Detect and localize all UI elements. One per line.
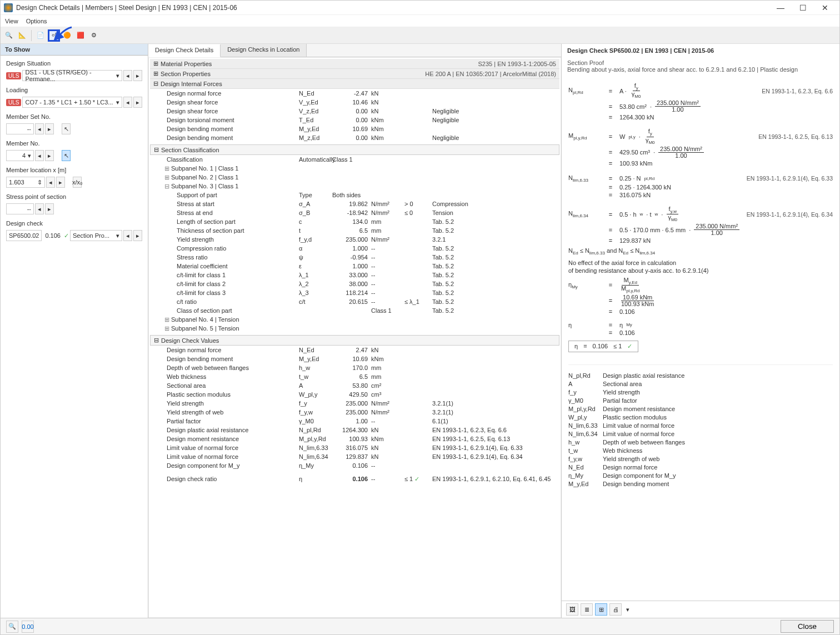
memset-next-button[interactable]: ▸ bbox=[45, 123, 54, 134]
dc-name-combo[interactable]: Section Pro...▾ bbox=[70, 230, 122, 241]
rt-btn-4[interactable]: 🖨 bbox=[609, 603, 622, 616]
tool-icon-2[interactable]: 📐 bbox=[16, 29, 28, 42]
collapse-icon[interactable]: ⊟ bbox=[154, 337, 159, 344]
material-properties-header[interactable]: ⊞ Material Properties S235 | EN 1993-1-1… bbox=[150, 59, 559, 69]
data-row: Compression ratio α 1.000 -- Tab. 5.2 bbox=[150, 244, 559, 253]
formula-row: =1264.300 kN bbox=[568, 114, 833, 121]
menu-options[interactable]: Options bbox=[26, 18, 47, 24]
footer: 🔍 0.00 Close bbox=[1, 618, 839, 634]
section-classification-header[interactable]: ⊟ Section Classification bbox=[150, 144, 559, 155]
ds-next-button[interactable]: ▸ bbox=[133, 70, 142, 81]
result-val: 0.106 bbox=[593, 343, 608, 349]
data-row: Stress at end σ_B -18.942 N/mm² ≤ 0 Tens… bbox=[150, 208, 559, 217]
data-row: Plastic section modulus W_pl,y 429.50 cm… bbox=[150, 390, 559, 399]
memno-prev-button[interactable]: ◂ bbox=[35, 150, 44, 161]
f1-ref: EN 1993-1-1, 6.2.3, Eq. 6.6 bbox=[733, 88, 833, 94]
collapse-icon[interactable]: ⊟ bbox=[163, 183, 170, 190]
final-sym: η bbox=[299, 476, 332, 482]
member-no-combo[interactable]: 4▾ bbox=[6, 150, 34, 161]
tool-icon-1[interactable]: 🔍 bbox=[3, 29, 15, 42]
loading-combo[interactable]: CO7 - 1.35 * LC1 + 1.50 * LC3...▾ bbox=[22, 97, 122, 108]
tree-area[interactable]: ⊞ Material Properties S235 | EN 1993-1-1… bbox=[148, 57, 561, 618]
member-set-combo[interactable]: -- bbox=[6, 123, 34, 134]
collapse-icon[interactable]: ⊟ bbox=[153, 80, 158, 87]
design-internal-forces-header[interactable]: ⊟ Design Internal Forces bbox=[150, 79, 559, 89]
legend-row: γ_M0Partial factor bbox=[568, 397, 833, 404]
right-toolbar: 🖼 ≣ ⊞ 🖨 ▾ bbox=[562, 601, 839, 618]
data-row: Yield strength f_y,d 235.000 N/mm² 3.2.1 bbox=[150, 235, 559, 244]
memno-pick-button[interactable]: ↖ bbox=[62, 150, 71, 161]
subpanel-2-row[interactable]: ⊞Subpanel No. 2 | Class 1 bbox=[150, 173, 559, 182]
footer-btn-2[interactable]: 0.00 bbox=[22, 621, 34, 633]
tool-icon-highlighted[interactable]: ⏎ bbox=[48, 29, 60, 42]
formula-area[interactable]: Npl,Rd= A · fyγM0 EN 1993-1-1, 6.2.3, Eq… bbox=[562, 78, 839, 601]
member-location-input[interactable]: 1.603⇕ bbox=[6, 177, 45, 188]
menubar: View Options bbox=[1, 15, 839, 27]
rt-btn-2[interactable]: ≣ bbox=[581, 603, 593, 616]
dif-label: Design Internal Forces bbox=[161, 81, 556, 87]
tool-icon-6[interactable]: 🟥 bbox=[74, 29, 87, 42]
data-row: Length of section part c 134.0 mm Tab. 5… bbox=[150, 217, 559, 226]
design-check-values-header[interactable]: ⊟ Design Check Values bbox=[150, 335, 559, 346]
section-properties-header[interactable]: ⊞ Section Properties HE 200 A | EN 10365… bbox=[150, 69, 559, 79]
sp3-head-sym: Type bbox=[299, 192, 332, 198]
tab-location[interactable]: Design Checks in Location bbox=[221, 44, 307, 57]
loading-label: Loading bbox=[1, 82, 148, 96]
memset-value: -- bbox=[27, 126, 31, 132]
formula-row: =0.106 bbox=[568, 329, 833, 336]
loc-next-button[interactable]: ▸ bbox=[56, 177, 65, 188]
dc-code-combo[interactable]: SP6500.02 bbox=[6, 230, 42, 241]
close-window-button[interactable]: ✕ bbox=[814, 3, 836, 12]
load-prev-button[interactable]: ◂ bbox=[123, 97, 132, 108]
ds-prev-button[interactable]: ◂ bbox=[123, 70, 132, 81]
dc-next-button[interactable]: ▸ bbox=[133, 230, 142, 241]
stress-next-button[interactable]: ▸ bbox=[45, 203, 54, 214]
data-row: Class of section part Class 1 Tab. 5.2 bbox=[150, 306, 559, 315]
memset-pick-button[interactable]: ↖ bbox=[62, 123, 71, 134]
expand-icon[interactable]: ⊞ bbox=[153, 60, 158, 67]
loc-extra-button[interactable]: x/x₀ bbox=[73, 177, 82, 188]
rt-btn-3[interactable]: ⊞ bbox=[595, 603, 607, 616]
subpanel-4-row[interactable]: ⊞Subpanel No. 4 | Tension bbox=[150, 315, 559, 324]
rt-btn-dropdown[interactable]: ▾ bbox=[624, 603, 632, 616]
subpanel-5-row[interactable]: ⊞Subpanel No. 5 | Tension bbox=[150, 324, 559, 333]
formula-row: =429.50 cm³ · 235.000 N/mm²1.00 bbox=[568, 146, 833, 159]
tabs: Design Check Details Design Checks in Lo… bbox=[148, 44, 561, 57]
expand-icon[interactable]: ⊞ bbox=[163, 165, 170, 172]
tab-details[interactable]: Design Check Details bbox=[148, 44, 221, 57]
expand-icon[interactable]: ⊞ bbox=[163, 174, 170, 181]
final-ref: EN 1993-1-1, 6.2.9.1, 6.2.10, Eq. 6.41, … bbox=[432, 476, 559, 482]
loc-prev-button[interactable]: ◂ bbox=[46, 177, 55, 188]
rt-btn-1[interactable]: 🖼 bbox=[566, 603, 578, 616]
menu-view[interactable]: View bbox=[5, 18, 18, 24]
maximize-button[interactable]: ☐ bbox=[792, 3, 814, 12]
data-row: Design torsional moment T_Ed 0.00 kNm Ne… bbox=[150, 116, 559, 124]
legend-row: N_lim,6.34Limit value of normal force bbox=[568, 431, 833, 437]
memno-next-button[interactable]: ▸ bbox=[45, 150, 54, 161]
tool-icon-7[interactable]: ⚙ bbox=[88, 29, 100, 42]
tool-icon-3[interactable]: 📄 bbox=[34, 29, 47, 42]
dc-prev-button[interactable]: ◂ bbox=[123, 230, 132, 241]
stress-prev-button[interactable]: ◂ bbox=[35, 203, 44, 214]
expand-icon[interactable]: ⊞ bbox=[163, 316, 170, 323]
design-check-label: Design check bbox=[1, 216, 148, 229]
load-next-button[interactable]: ▸ bbox=[133, 97, 142, 108]
footer-btn-1[interactable]: 🔍 bbox=[6, 621, 18, 633]
dc-ratio: 0.106 bbox=[43, 232, 63, 239]
expand-icon[interactable]: ⊞ bbox=[163, 325, 170, 332]
expand-icon[interactable]: ⊞ bbox=[153, 70, 158, 77]
class-lbl: Classification bbox=[166, 156, 299, 163]
memset-prev-button[interactable]: ◂ bbox=[35, 123, 44, 134]
subpanel-3-row[interactable]: ⊟Subpanel No. 3 | Class 1 bbox=[150, 182, 559, 191]
subpanel-1-row[interactable]: ⊞Subpanel No. 1 | Class 1 bbox=[150, 164, 559, 173]
design-situation-combo[interactable]: DS1 - ULS (STR/GEO) - Permane...▾ bbox=[22, 70, 122, 81]
minimize-button[interactable]: — bbox=[769, 3, 792, 12]
design-check-ratio-row: Design check ratio η 0.106 -- ≤ 1 ✓ EN 1… bbox=[150, 474, 559, 483]
tool-icon-5[interactable]: 🟠 bbox=[61, 29, 73, 42]
stress-point-combo[interactable]: -- bbox=[6, 203, 34, 214]
data-row: Thickness of section part t 6.5 mm Tab. … bbox=[150, 226, 559, 235]
collapse-icon[interactable]: ⊟ bbox=[154, 146, 159, 153]
f3-ref: EN 1993-1-1, 6.2.9.1(4), Eq. 6.33 bbox=[733, 175, 833, 182]
close-button[interactable]: Close bbox=[781, 620, 834, 633]
legend-row: t_wWeb thickness bbox=[568, 447, 833, 454]
